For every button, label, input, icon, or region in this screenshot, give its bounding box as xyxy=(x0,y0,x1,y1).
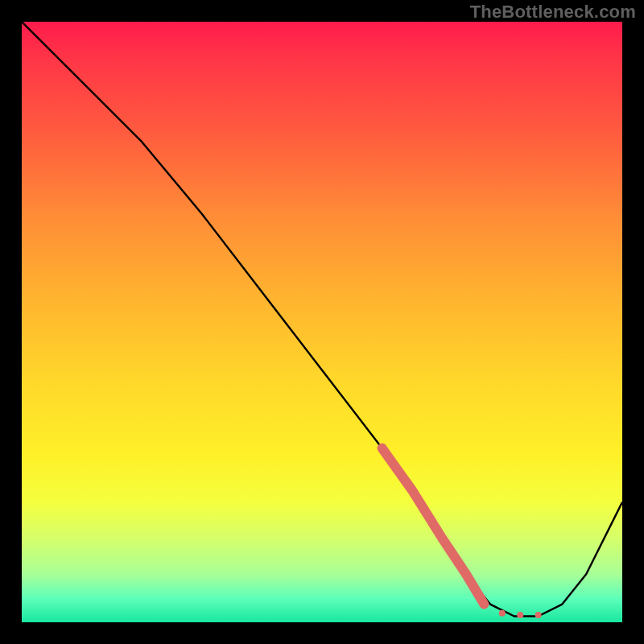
highlight-dot xyxy=(499,610,506,617)
bottleneck-curve-path xyxy=(22,22,622,617)
highlight-dot xyxy=(535,612,542,618)
highlight-thick-segment xyxy=(382,448,485,605)
highlight-segment-group xyxy=(382,448,542,618)
chart-frame: TheBottleneck.com xyxy=(0,0,644,644)
watermark-text: TheBottleneck.com xyxy=(470,2,636,23)
highlight-dot xyxy=(481,601,487,608)
chart-overlay xyxy=(22,22,622,622)
highlight-dot xyxy=(517,612,523,618)
